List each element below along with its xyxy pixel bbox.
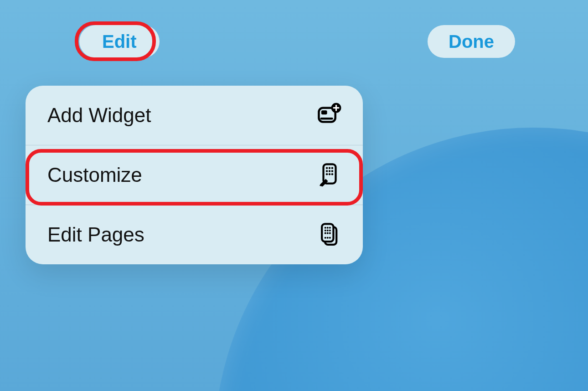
svg-point-19 bbox=[327, 227, 329, 229]
svg-point-26 bbox=[329, 232, 331, 234]
svg-point-22 bbox=[327, 230, 329, 232]
svg-point-13 bbox=[326, 173, 328, 175]
svg-point-24 bbox=[325, 232, 326, 234]
menu-divider bbox=[26, 145, 363, 145]
menu-item-add-widget[interactable]: Add Widget bbox=[26, 86, 363, 145]
done-button[interactable]: Done bbox=[428, 25, 515, 58]
edit-button[interactable]: Edit bbox=[79, 25, 160, 58]
add-widget-icon bbox=[316, 102, 343, 129]
svg-point-8 bbox=[329, 167, 330, 169]
customize-icon bbox=[316, 162, 343, 188]
edit-pages-icon bbox=[316, 221, 343, 248]
svg-point-14 bbox=[329, 173, 330, 175]
menu-item-edit-pages[interactable]: Edit Pages bbox=[26, 205, 363, 264]
menu-item-customize[interactable]: Customize bbox=[26, 145, 363, 205]
menu-divider bbox=[26, 205, 363, 205]
svg-point-20 bbox=[329, 227, 331, 229]
svg-point-18 bbox=[325, 227, 326, 229]
svg-point-9 bbox=[331, 167, 333, 169]
svg-point-27 bbox=[325, 237, 326, 239]
svg-point-29 bbox=[329, 237, 331, 239]
menu-item-label: Customize bbox=[47, 164, 142, 186]
svg-point-25 bbox=[327, 232, 329, 234]
edit-button-label: Edit bbox=[102, 31, 137, 52]
svg-point-23 bbox=[329, 230, 331, 232]
svg-point-11 bbox=[329, 170, 330, 172]
menu-item-label: Add Widget bbox=[47, 104, 151, 127]
svg-rect-1 bbox=[321, 110, 327, 114]
svg-point-15 bbox=[331, 173, 333, 175]
svg-point-12 bbox=[331, 170, 333, 172]
svg-point-7 bbox=[326, 167, 328, 169]
svg-point-21 bbox=[325, 230, 326, 232]
edit-menu: Add Widget Customize Ed bbox=[26, 86, 363, 264]
svg-point-10 bbox=[326, 170, 328, 172]
menu-item-label: Edit Pages bbox=[47, 223, 144, 246]
svg-point-28 bbox=[327, 237, 329, 239]
done-button-label: Done bbox=[449, 31, 494, 52]
